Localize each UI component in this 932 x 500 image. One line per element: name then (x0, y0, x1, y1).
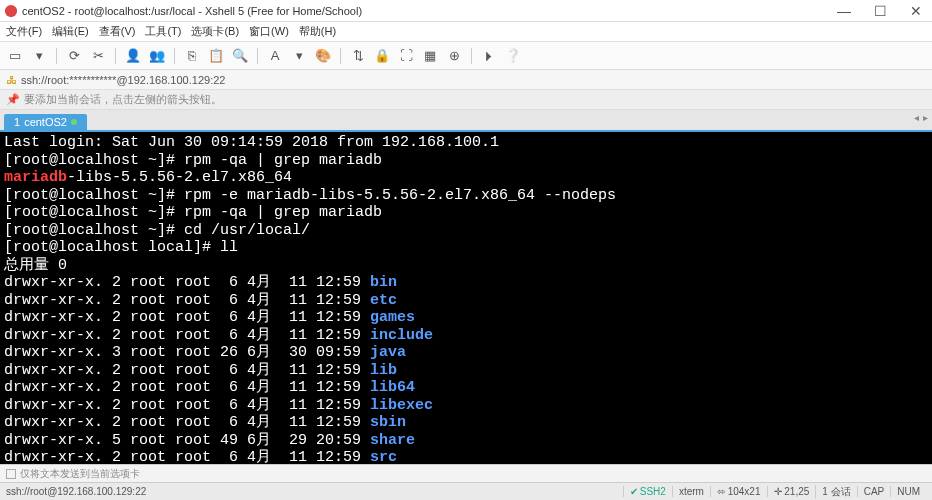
separator (471, 48, 472, 64)
menu-file[interactable]: 文件(F) (6, 24, 42, 39)
layout-icon[interactable]: ▦ (421, 47, 439, 65)
tab-prev-icon[interactable]: ◂ (914, 112, 919, 123)
tab-bar: 1 centOS2 ◂ ▸ (0, 110, 932, 130)
tab-index: 1 (14, 116, 20, 128)
hint-text: 要添加当前会话，点击左侧的箭头按钮。 (24, 92, 222, 107)
tab-next-icon[interactable]: ▸ (923, 112, 928, 123)
script-icon[interactable]: ⏵ (480, 47, 498, 65)
tab-status-icon (71, 119, 77, 125)
open-icon[interactable]: ▾ (30, 47, 48, 65)
status-term: xterm (672, 486, 710, 497)
hint-bar: 📌 要添加当前会话，点击左侧的箭头按钮。 (0, 90, 932, 110)
reconnect-icon[interactable]: ⟳ (65, 47, 83, 65)
close-button[interactable]: ✕ (904, 3, 928, 19)
tab-label: centOS2 (24, 116, 67, 128)
new-session-icon[interactable]: ▭ (6, 47, 24, 65)
separator (257, 48, 258, 64)
minimize-button[interactable]: — (832, 3, 856, 19)
color-icon[interactable]: ▾ (290, 47, 308, 65)
transfer-icon[interactable]: ⇅ (349, 47, 367, 65)
menu-help[interactable]: 帮助(H) (299, 24, 336, 39)
send-checkbox[interactable] (6, 469, 16, 479)
maximize-button[interactable]: ☐ (868, 3, 892, 19)
separator (56, 48, 57, 64)
help-icon[interactable]: ❔ (504, 47, 522, 65)
session-icon: 🖧 (6, 74, 17, 86)
send-text: 仅将文本发送到当前选项卡 (20, 467, 140, 481)
status-size: ⬄ 104x21 (710, 486, 767, 497)
status-pos: ✛ 21,25 (767, 486, 816, 497)
separator (340, 48, 341, 64)
menu-window[interactable]: 窗口(W) (249, 24, 289, 39)
separator (115, 48, 116, 64)
key-icon[interactable]: 👥 (148, 47, 166, 65)
search-icon[interactable]: 🔍 (231, 47, 249, 65)
status-ssh: ✔SSH2 (623, 486, 672, 497)
pin-icon[interactable]: 📌 (6, 93, 20, 106)
send-bar: 仅将文本发送到当前选项卡 (0, 464, 932, 482)
paste-icon[interactable]: 📋 (207, 47, 225, 65)
svg-point-0 (5, 4, 17, 16)
status-bar: ssh://root@192.168.100.129:22 ✔SSH2 xter… (0, 482, 932, 500)
status-num: NUM (890, 486, 926, 497)
check-icon: ✔ (630, 486, 638, 497)
terminal-output[interactable]: Last login: Sat Jun 30 09:14:59 2018 fro… (0, 130, 932, 464)
add-icon[interactable]: ⊕ (445, 47, 463, 65)
fullscreen-icon[interactable]: ⛶ (397, 47, 415, 65)
profile-icon[interactable]: 👤 (124, 47, 142, 65)
app-icon (4, 4, 18, 18)
title-bar: centOS2 - root@localhost:/usr/local - Xs… (0, 0, 932, 22)
status-connection: ssh://root@192.168.100.129:22 (6, 486, 623, 497)
status-sessions: 1 会话 (815, 485, 856, 499)
copy-icon[interactable]: ⎘ (183, 47, 201, 65)
lock-icon[interactable]: 🔒 (373, 47, 391, 65)
font-icon[interactable]: A (266, 47, 284, 65)
status-cap: CAP (857, 486, 891, 497)
menu-bar: 文件(F) 编辑(E) 查看(V) 工具(T) 选项卡(B) 窗口(W) 帮助(… (0, 22, 932, 42)
tab-centos2[interactable]: 1 centOS2 (4, 114, 87, 130)
menu-tabs[interactable]: 选项卡(B) (191, 24, 239, 39)
menu-edit[interactable]: 编辑(E) (52, 24, 89, 39)
address-text: ssh://root:***********@192.168.100.129:2… (21, 74, 225, 86)
menu-tools[interactable]: 工具(T) (145, 24, 181, 39)
window-title: centOS2 - root@localhost:/usr/local - Xs… (22, 5, 832, 17)
toolbar: ▭ ▾ ⟳ ✂ 👤 👥 ⎘ 📋 🔍 A ▾ 🎨 ⇅ 🔒 ⛶ ▦ ⊕ ⏵ ❔ (0, 42, 932, 70)
separator (174, 48, 175, 64)
palette-icon[interactable]: 🎨 (314, 47, 332, 65)
menu-view[interactable]: 查看(V) (99, 24, 136, 39)
address-bar[interactable]: 🖧 ssh://root:***********@192.168.100.129… (0, 70, 932, 90)
disconnect-icon[interactable]: ✂ (89, 47, 107, 65)
